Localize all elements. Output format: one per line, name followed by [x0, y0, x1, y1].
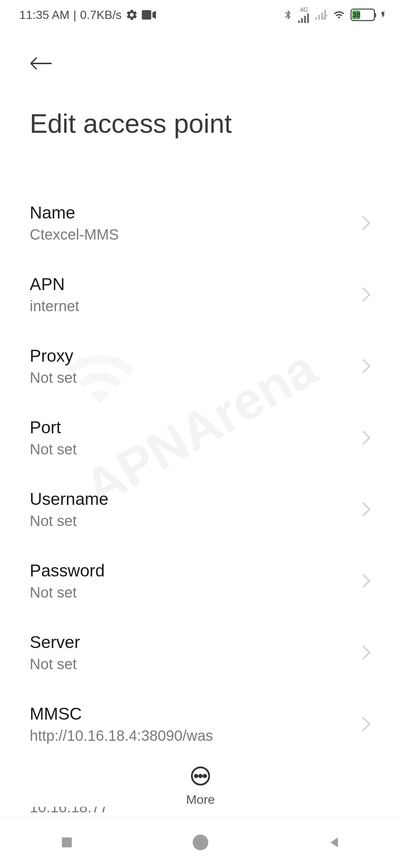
svg-point-13 — [203, 775, 206, 777]
status-left: 11:35 AM | 0.7KB/s — [19, 8, 156, 22]
setting-value: http://10.16.18.4:38090/was — [30, 727, 213, 744]
page-title: Edit access point — [30, 108, 371, 139]
svg-rect-2 — [301, 18, 303, 23]
svg-rect-1 — [298, 21, 300, 23]
status-bar: 11:35 AM | 0.7KB/s 4G 38 — [0, 0, 401, 30]
setting-value: Not set — [30, 656, 80, 673]
chevron-right-icon — [361, 645, 371, 660]
gear-icon — [125, 9, 138, 21]
status-separator: | — [73, 8, 76, 22]
setting-value: Not set — [30, 584, 105, 601]
setting-label: MMSC — [30, 704, 213, 724]
chevron-right-icon — [361, 573, 371, 589]
setting-value: Not set — [30, 369, 77, 386]
svg-rect-4 — [307, 13, 309, 23]
triangle-left-icon — [327, 835, 342, 850]
setting-username[interactable]: Username Not set — [30, 473, 371, 545]
signal-4g-icon: 4G — [298, 7, 310, 23]
navigation-bar — [0, 816, 401, 868]
chevron-right-icon — [361, 287, 371, 302]
svg-rect-3 — [304, 16, 306, 23]
arrow-left-icon — [30, 56, 53, 71]
setting-label: APN — [30, 274, 79, 294]
setting-mmsc[interactable]: MMSC http://10.16.18.4:38090/was — [30, 688, 371, 760]
svg-point-12 — [199, 775, 202, 777]
chevron-right-icon — [361, 430, 371, 445]
svg-rect-6 — [318, 15, 320, 20]
setting-label: Name — [30, 203, 119, 223]
setting-password[interactable]: Password Not set — [30, 545, 371, 617]
back-button[interactable] — [30, 52, 53, 75]
setting-value: internet — [30, 298, 79, 315]
square-icon — [59, 835, 74, 850]
setting-name[interactable]: Name Ctexcel-MMS — [30, 187, 371, 259]
svg-point-16 — [196, 838, 205, 847]
svg-rect-14 — [62, 837, 72, 847]
charging-icon — [379, 9, 387, 21]
battery-icon: 38 — [351, 9, 375, 21]
status-right: 4G 38 — [283, 7, 387, 23]
setting-apn[interactable]: APN internet — [30, 259, 371, 330]
setting-port[interactable]: Port Not set — [30, 402, 371, 473]
circle-icon — [192, 834, 209, 851]
wifi-icon — [332, 9, 346, 20]
setting-label: Username — [30, 489, 108, 509]
more-label: More — [186, 792, 215, 807]
status-time: 11:35 AM — [19, 8, 69, 22]
chevron-right-icon — [361, 716, 371, 732]
bluetooth-icon — [283, 8, 293, 22]
nav-back-button[interactable] — [297, 835, 371, 850]
more-icon — [190, 766, 211, 786]
setting-label: Server — [30, 632, 80, 652]
chevron-right-icon — [361, 502, 371, 517]
setting-proxy[interactable]: Proxy Not set — [30, 330, 371, 402]
setting-label: Port — [30, 417, 77, 437]
chevron-right-icon — [361, 215, 371, 231]
camera-icon — [142, 10, 156, 20]
more-button[interactable]: More — [186, 766, 215, 807]
setting-value: Not set — [30, 441, 77, 458]
setting-label: Proxy — [30, 346, 77, 366]
nav-recents-button[interactable] — [30, 835, 104, 850]
svg-rect-5 — [315, 17, 317, 20]
header: Edit access point — [0, 30, 401, 150]
setting-value: Not set — [30, 513, 108, 529]
svg-point-11 — [195, 775, 198, 777]
settings-list: Name Ctexcel-MMS APN internet Proxy Not … — [0, 150, 401, 831]
nav-home-button[interactable] — [163, 834, 238, 851]
status-datarate: 0.7KB/s — [80, 8, 122, 22]
setting-server[interactable]: Server Not set — [30, 617, 371, 688]
chevron-right-icon — [361, 358, 371, 374]
setting-value: Ctexcel-MMS — [30, 226, 119, 243]
signal-nosim-icon — [315, 10, 327, 20]
svg-rect-0 — [142, 10, 151, 19]
setting-label: Password — [30, 560, 105, 581]
bottom-action-bar: More — [0, 751, 401, 807]
